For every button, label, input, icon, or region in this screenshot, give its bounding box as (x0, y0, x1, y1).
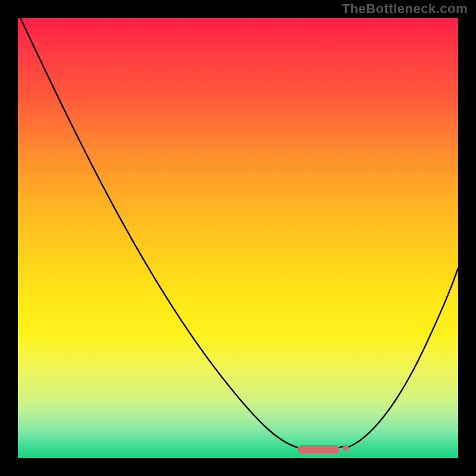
watermark-text: TheBottleneck.com (342, 1, 468, 17)
optimal-range-end-dot (343, 445, 349, 451)
optimal-range-marker (298, 445, 339, 453)
chart-frame: TheBottleneck.com (0, 0, 476, 476)
bottleneck-curve (18, 18, 458, 458)
